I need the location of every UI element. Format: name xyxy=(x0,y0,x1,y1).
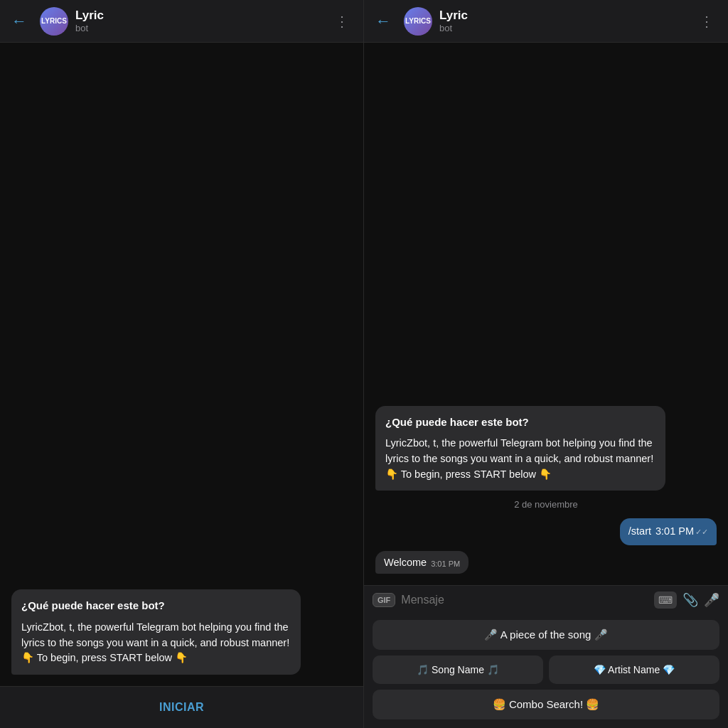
bot-buttons-area: 🎤 A piece of the song 🎤 🎵 Song Name 🎵 💎 … xyxy=(364,614,728,728)
user-message-time: 3:01 PM ✓✓ xyxy=(655,524,708,540)
artist-name-button[interactable]: 💎 Artist Name 💎 xyxy=(549,655,719,684)
keyboard-icon[interactable]: ⌨ xyxy=(654,592,677,609)
bot-subtitle: bot xyxy=(75,23,325,33)
left-chat-area: ¿Qué puede hacer este bot? LyricZbot, t,… xyxy=(0,43,363,686)
right-back-button[interactable]: ← xyxy=(375,9,397,33)
right-bot-intro-bubble: ¿Qué puede hacer este bot? LyricZbot, t,… xyxy=(375,406,665,491)
user-message-timestamp: 3:01 PM xyxy=(655,524,694,540)
message-checkmarks: ✓✓ xyxy=(695,526,708,538)
right-bot-subtitle: bot xyxy=(439,23,690,33)
song-artist-row: 🎵 Song Name 🎵 💎 Artist Name 💎 xyxy=(373,655,719,684)
right-bot-intro-body: LyricZbot, t, the powerful Telegram bot … xyxy=(385,437,653,480)
user-start-message: /start 3:01 PM ✓✓ xyxy=(620,518,717,545)
right-header: ← LYRICS Lyric bot ⋮ xyxy=(364,0,728,43)
message-input[interactable] xyxy=(401,594,648,606)
right-avatar-image: LYRICS xyxy=(404,7,432,36)
left-panel: ← LYRICS Lyric bot ⋮ ¿Qué puede hacer es… xyxy=(0,0,364,728)
piece-of-song-button[interactable]: 🎤 A piece of the song 🎤 xyxy=(373,620,719,650)
right-panel: ← LYRICS Lyric bot ⋮ ¿Qué puede hacer es… xyxy=(364,0,728,728)
right-chat-area: ¿Qué puede hacer este bot? LyricZbot, t,… xyxy=(364,43,728,585)
date-divider: 2 de noviembre xyxy=(375,499,717,510)
mic-icon[interactable]: 🎤 xyxy=(704,592,719,608)
right-bot-intro-title: ¿Qué puede hacer este bot? xyxy=(385,414,655,431)
bot-name: Lyric xyxy=(75,9,325,23)
combo-search-button[interactable]: 🍔 Combo Search! 🍔 xyxy=(373,690,719,719)
right-bot-name: Lyric xyxy=(439,9,690,23)
left-footer: INICIAR xyxy=(0,686,363,728)
attach-icon[interactable]: 📎 xyxy=(682,592,698,608)
right-header-info: Lyric bot xyxy=(439,9,690,33)
welcome-text: Welcome xyxy=(384,557,427,568)
iniciar-button[interactable]: INICIAR xyxy=(11,695,352,719)
gif-button[interactable]: GIF xyxy=(373,593,395,607)
right-avatar: LYRICS xyxy=(404,7,432,36)
bot-intro-title: ¿Qué puede hacer este bot? xyxy=(21,598,291,614)
right-more-options-button[interactable]: ⋮ xyxy=(697,10,717,33)
avatar: LYRICS xyxy=(40,7,68,36)
input-row: GIF ⌨ 📎 🎤 xyxy=(364,585,728,614)
welcome-timestamp: 3:01 PM xyxy=(431,560,460,568)
user-message-text: /start xyxy=(628,524,651,540)
song-name-button[interactable]: 🎵 Song Name 🎵 xyxy=(373,655,543,684)
header-info: Lyric bot xyxy=(75,9,325,33)
bot-intro-body: LyricZbot, t, the powerful Telegram bot … xyxy=(21,621,289,664)
back-button[interactable]: ← xyxy=(11,9,33,33)
welcome-message-bubble: Welcome 3:01 PM xyxy=(375,551,469,574)
more-options-button[interactable]: ⋮ xyxy=(332,10,352,33)
bot-intro-bubble: ¿Qué puede hacer este bot? LyricZbot, t,… xyxy=(11,589,301,675)
left-header: ← LYRICS Lyric bot ⋮ xyxy=(0,0,363,43)
avatar-image: LYRICS xyxy=(40,7,68,36)
